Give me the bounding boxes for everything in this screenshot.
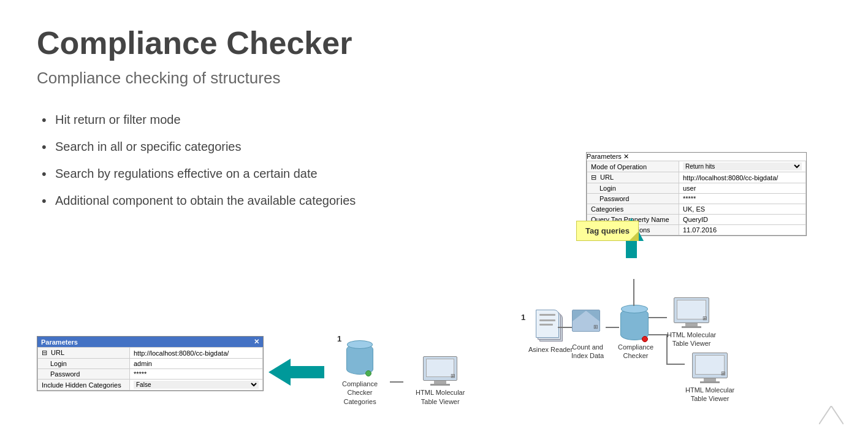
monitor-body-left: ⊞ [423,356,457,381]
params-box-left: Parameters ✕ ⊟ URL http://localhost:8080… [37,336,264,391]
monitor-wrapper-left: ⊞ [423,356,457,386]
param-value-query-tag: QueryID [679,215,806,225]
subtitle: Compliance checking of structures [37,69,417,88]
conn-compliance-bottom [649,334,667,335]
param-label-login: Login [38,359,130,369]
compliance-cyl-wrap [620,305,651,340]
cylinder-green-dot [365,370,371,376]
param-label-url: ⊟ URL [38,348,130,359]
compliance-checker-categories-label: ComplianceCheckerCategories [342,380,378,406]
params-title-bar-left: Parameters ✕ [37,337,263,347]
count-index-label: Count andIndex Data [571,343,604,361]
html-molecular-viewer-left-label: HTML MolecularTable Viewer [416,388,465,406]
monitor-link-icon-left: ⊞ [451,373,455,379]
slide: Compliance Checker Compliance checking o… [0,0,868,439]
params-title-right-label: Parameters [587,153,622,160]
monitor-top-icon: ⊞ [702,315,707,321]
asinex-reader-label: Asinex Reader [528,345,573,354]
params-close-right-icon[interactable]: ✕ [623,153,629,160]
monitor-bottom-screen [695,355,725,375]
mode-select[interactable]: Return hits Filter mode [683,162,802,170]
monitor-bottom-icon: ⊞ [721,370,726,376]
cylinder-body [346,344,373,375]
bullet-4: Additional component to obtain the avail… [37,187,417,214]
workflow-left: 1 ComplianceCheckerCategories ⊞ [342,334,465,406]
param-row-mode: Mode of Operation Return hits Filter mod… [587,161,806,172]
params-table-left: ⊟ URL http://localhost:8080/cc-bigdata/ … [37,347,263,391]
param-label-url-right: ⊟ URL [587,172,679,183]
html-molecular-top-node: ⊞ HTML MolecularTable Viewer [667,297,716,348]
bullet-1: Hit return or filter mode [37,106,417,133]
connector-left [390,381,403,383]
monitor-top-body: ⊞ [674,297,709,323]
monitor-top-screen [677,300,706,319]
sticky-corner [630,232,638,240]
tag-queries-body: Tag queries [576,221,639,241]
param-label-mode: Mode of Operation [587,161,679,172]
envelope-body: ⊞ [572,310,600,332]
main-title: Compliance Checker [37,25,417,61]
compliance-checker-categories-node: ComplianceCheckerCategories [342,340,378,406]
param-label-password-right: Password [587,194,679,204]
html-molecular-viewer-left-node: ⊞ HTML MolecularTable Viewer [416,356,465,406]
asinex-icon [536,310,565,343]
compliance-checker-label: ComplianceChecker [618,343,653,361]
teal-arrow-up-body [626,241,637,258]
html-molecular-bottom-label: HTML MolecularTable Viewer [685,386,734,403]
compliance-cyl-top [621,305,648,313]
arrow-body-left [291,366,324,378]
bullet-list: Hit return or filter mode Search in all … [37,106,417,214]
env-link-icon: ⊞ [593,324,598,330]
param-row-login: Login admin [38,359,263,369]
asinex-reader-node: Asinex Reader [528,310,573,354]
corner-arrow-svg [819,406,843,424]
param-value-mode[interactable]: Return hits Filter mode [679,161,806,172]
compliance-red-dot [642,336,648,342]
bullet-3: Search by regulations effective on a cer… [37,160,417,187]
param-value-url: http://localhost:8080/cc-bigdata/ [130,348,263,359]
conn-compliance-top-monitor [649,317,667,318]
monitor-bottom-body: ⊞ [692,353,728,378]
param-row-password-right: Password ***** [587,194,806,204]
params-close-left-icon[interactable]: ✕ [254,338,259,346]
param-value-login-right: user [679,183,806,194]
param-row-login-right: Login user [587,183,806,194]
count-index-node: ⊞ Count andIndex Data [571,310,604,361]
workflow-right: 1 Asinex Reader [515,279,864,435]
conn-to-bottom-monitor [666,364,685,365]
param-label-hidden: Include Hidden Categories [38,380,130,391]
line1 [539,314,555,316]
tag-queries-note: Tag queries [576,221,639,241]
arrow-head-left [268,359,291,386]
compliance-cyl-body [620,308,649,340]
param-label-password: Password [38,369,130,380]
monitor-bottom-base [700,381,720,383]
html-molecular-top-label: HTML MolecularTable Viewer [667,330,716,348]
asinex-page-1 [536,310,559,338]
param-value-password-right: ***** [679,194,806,204]
param-value-url-right: http://localhost:8080/cc-bigdata/ [679,172,806,183]
param-row-url: ⊟ URL http://localhost:8080/cc-bigdata/ [38,348,263,359]
bullet-2: Search in all or specific categories [37,133,417,160]
param-value-login: admin [130,359,263,369]
workflow-left-number: 1 [337,334,341,343]
param-row-hidden: Include Hidden Categories False True [38,380,263,391]
cylinder-top [347,340,373,349]
params-title-left-label: Parameters [41,338,78,346]
hidden-categories-select[interactable]: False True [134,381,259,389]
bottom-right-deco [819,406,843,427]
arrow-teal-left [268,359,324,386]
param-value-password: ***** [130,369,263,380]
param-label-login-right: Login [587,183,679,194]
param-value-date: 11.07.2016 [679,225,806,235]
conn-compliance-up [633,279,634,306]
line3 [539,324,553,326]
env-top-right [585,310,600,321]
monitor-bottom-wrap: ⊞ [692,353,728,383]
param-row-url-right: ⊟ URL http://localhost:8080/cc-bigdata/ [587,172,806,183]
tag-queries-label: Tag queries [585,226,630,235]
conn-count-compliance [606,327,619,328]
env-top-left [573,310,587,321]
monitor-top-wrap: ⊞ [674,297,709,328]
param-value-hidden[interactable]: False True [130,380,263,391]
